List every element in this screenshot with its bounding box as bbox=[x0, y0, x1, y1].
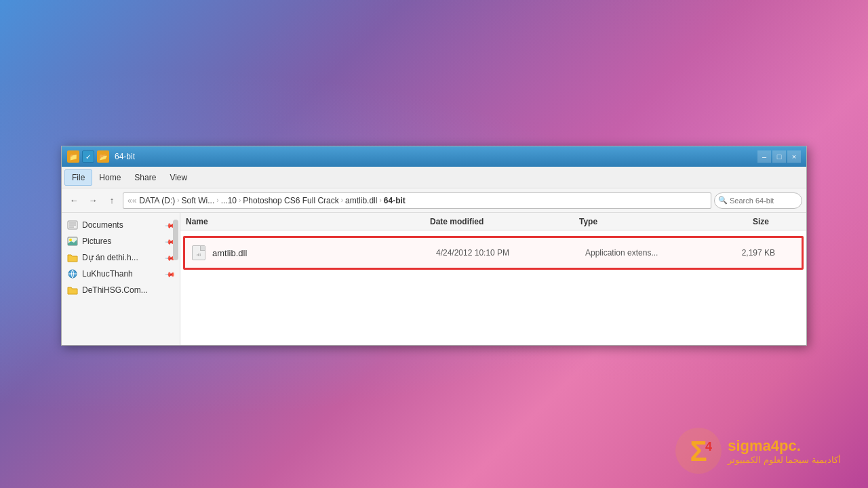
folder-duan-icon bbox=[67, 253, 78, 262]
menu-share[interactable]: Share bbox=[127, 170, 163, 185]
file-icon-amtlib: dll bbox=[191, 245, 207, 261]
path-amtlib: amtlib.dll bbox=[345, 196, 377, 205]
pin-icon-lukhuc: 📌 bbox=[165, 268, 176, 279]
file-type-amtlib: Application extens... bbox=[585, 248, 707, 258]
sidebar-item-pictures[interactable]: Pictures 📌 bbox=[62, 233, 180, 249]
up-button[interactable]: ↑ bbox=[104, 192, 120, 209]
file-date-amtlib: 4/24/2012 10:10 PM bbox=[436, 248, 585, 258]
svg-point-5 bbox=[69, 239, 72, 241]
sidebar-item-lukhuc[interactable]: LuKhucThanh 📌 bbox=[62, 266, 180, 282]
titlebar-plain-icon: 📂 bbox=[97, 150, 109, 163]
sidebar-item-documents[interactable]: Documents 📌 bbox=[62, 217, 180, 233]
close-button[interactable]: × bbox=[787, 150, 801, 163]
path-data-drive: DATA (D:) bbox=[139, 196, 175, 205]
sidebar-item-dethi[interactable]: DeThiHSG.Com... bbox=[62, 282, 180, 298]
logo-container: Σ 4 sigma4pc. أكاديمية سيجما لعلوم الكمب… bbox=[675, 427, 841, 474]
column-headers: Name Date modified Type Size bbox=[180, 213, 806, 230]
path-soft: Soft Wi... bbox=[182, 196, 215, 205]
maximize-button[interactable]: □ bbox=[772, 150, 786, 163]
logo-name: sigma4pc. bbox=[728, 437, 801, 455]
sidebar-item-pictures-label: Pictures bbox=[82, 237, 162, 246]
explorer-window: 📁 ✓ 📂 64-bit – □ × File Home Share View … bbox=[61, 146, 807, 346]
search-wrapper: 🔍 bbox=[714, 192, 802, 209]
path-10: ...10 bbox=[221, 196, 237, 205]
sidebar: Documents 📌 Pictures 📌 Dự án dethi.h... … bbox=[62, 213, 180, 345]
sigma-logo-icon: Σ 4 bbox=[675, 427, 722, 474]
picture-icon bbox=[67, 237, 78, 246]
forward-button[interactable]: → bbox=[85, 192, 101, 209]
col-header-size[interactable]: Size bbox=[701, 217, 769, 226]
file-name-amtlib: amtlib.dll bbox=[212, 248, 436, 258]
menubar: File Home Share View bbox=[62, 167, 806, 188]
path-sep-2: › bbox=[216, 197, 218, 204]
path-sep-1: › bbox=[177, 197, 179, 204]
sidebar-scrollbar[interactable] bbox=[173, 220, 178, 260]
sidebar-item-lukhuc-label: LuKhucThanh bbox=[82, 269, 162, 279]
svg-text:4: 4 bbox=[705, 440, 712, 453]
path-sep-5: › bbox=[379, 197, 381, 204]
main-content: Documents 📌 Pictures 📌 Dự án dethi.h... … bbox=[62, 213, 806, 345]
dll-file-icon: dll bbox=[192, 245, 205, 260]
sidebar-item-duan[interactable]: Dự án dethi.h... 📌 bbox=[62, 249, 180, 266]
titlebar-icons: 📁 ✓ 📂 bbox=[67, 150, 109, 163]
window-title: 64-bit bbox=[115, 152, 135, 161]
logo-text: sigma4pc. أكاديمية سيجما لعلوم الكمبيوتر bbox=[728, 437, 841, 465]
path-sep-3: › bbox=[239, 197, 241, 204]
web-icon bbox=[67, 269, 78, 279]
sidebar-item-duan-label: Dự án dethi.h... bbox=[82, 253, 162, 262]
titlebar: 📁 ✓ 📂 64-bit – □ × bbox=[62, 146, 806, 167]
search-input[interactable] bbox=[714, 192, 802, 209]
sidebar-item-documents-label: Documents bbox=[82, 220, 162, 230]
back-button[interactable]: ← bbox=[66, 192, 82, 209]
menu-home[interactable]: Home bbox=[92, 170, 127, 185]
path-separator-start: «« bbox=[127, 196, 136, 205]
minimize-button[interactable]: – bbox=[757, 150, 771, 163]
sidebar-item-dethi-label: DeThiHSG.Com... bbox=[82, 285, 174, 295]
folder-dethi-icon bbox=[67, 285, 78, 295]
col-header-type[interactable]: Type bbox=[579, 217, 701, 226]
logo-subtitle: أكاديمية سيجما لعلوم الكمبيوتر bbox=[728, 455, 841, 465]
svg-text:Σ: Σ bbox=[690, 435, 707, 467]
path-64bit: 64-bit bbox=[384, 196, 406, 205]
menu-file[interactable]: File bbox=[64, 169, 92, 186]
document-icon bbox=[67, 220, 78, 230]
menu-view[interactable]: View bbox=[163, 170, 194, 185]
file-size-amtlib: 2,197 KB bbox=[707, 248, 775, 258]
address-path[interactable]: «« DATA (D:) › Soft Wi... › ...10 › Phot… bbox=[123, 192, 711, 209]
titlebar-folder-icon: 📁 bbox=[67, 150, 79, 163]
path-ps: Photoshop CS6 Full Crack bbox=[243, 196, 338, 205]
path-sep-4: › bbox=[341, 197, 343, 204]
titlebar-controls: – □ × bbox=[757, 150, 801, 163]
col-header-date[interactable]: Date modified bbox=[430, 217, 579, 226]
file-row-amtlib[interactable]: dll amtlib.dll 4/24/2012 10:10 PM Applic… bbox=[183, 236, 804, 270]
addressbar: ← → ↑ «« DATA (D:) › Soft Wi... › ...10 … bbox=[62, 188, 806, 213]
file-area: Name Date modified Type Size dll amtlib.… bbox=[180, 213, 806, 345]
col-header-name[interactable]: Name bbox=[186, 217, 430, 226]
titlebar-check-icon: ✓ bbox=[82, 150, 94, 163]
